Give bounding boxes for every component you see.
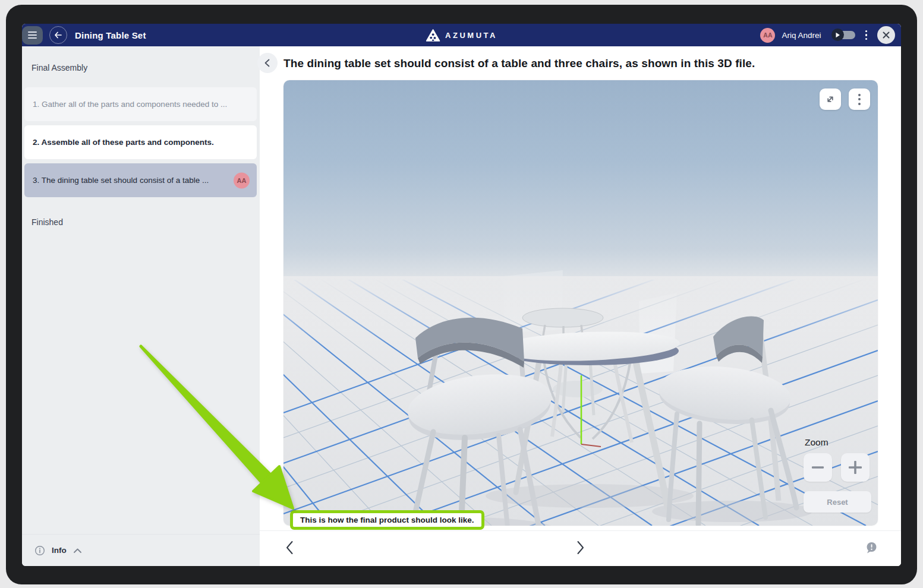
- user-avatar[interactable]: AA: [760, 28, 775, 43]
- step-title: The dining table set should consist of a…: [283, 57, 755, 70]
- info-toggle[interactable]: Info: [22, 534, 260, 566]
- steps-list: 1. Gather all of the parts and component…: [24, 87, 257, 201]
- zoom-label: Zoom: [805, 437, 871, 448]
- 3d-viewer[interactable]: Zoom: [283, 80, 878, 526]
- viewer-actions: [820, 88, 870, 110]
- chevron-up-icon: [73, 548, 82, 554]
- play-icon: [831, 29, 844, 41]
- info-icon: [34, 545, 45, 556]
- close-icon: [882, 31, 890, 39]
- fullscreen-button[interactable]: [820, 88, 841, 110]
- body-row: Final Assembly 1. Gather all of the part…: [22, 46, 901, 566]
- expand-icon: [825, 94, 836, 105]
- hamburger-menu-button[interactable]: [22, 26, 43, 45]
- minus-icon: [811, 460, 825, 475]
- previous-step-button[interactable]: [282, 538, 297, 559]
- zoom-out-button[interactable]: [804, 453, 832, 482]
- step-header: The dining table set should consist of a…: [260, 46, 901, 80]
- brand-logo: AZUMUTA: [426, 24, 497, 46]
- overflow-menu-icon[interactable]: [862, 28, 871, 43]
- feedback-button[interactable]: [865, 541, 878, 556]
- workinstruction-title: Dining Table Set: [75, 30, 146, 40]
- app-window: Dining Table Set AZUMUTA AA Ariq Andrei: [22, 24, 901, 566]
- top-bar-right: AA Ariq Andrei: [760, 26, 901, 44]
- 3d-scene: [283, 80, 878, 526]
- bottom-navigation: [260, 530, 901, 566]
- step-back-button[interactable]: [257, 53, 278, 73]
- sidebar-step-2[interactable]: 2. Assemble all of these parts and compo…: [24, 125, 257, 159]
- hamburger-icon: [28, 31, 37, 33]
- main-panel: The dining table set should consist of a…: [260, 46, 901, 566]
- arrow-left-icon: [53, 30, 63, 40]
- back-button[interactable]: [49, 26, 67, 44]
- play-toggle[interactable]: [831, 30, 855, 40]
- zoom-controls: Zoom: [804, 437, 871, 513]
- chevron-left-icon: [263, 59, 272, 67]
- chevron-left-icon: [285, 540, 294, 555]
- viewer-menu-button[interactable]: [849, 88, 870, 110]
- azumuta-logo-icon: [426, 29, 440, 42]
- reset-button[interactable]: Reset: [804, 491, 871, 513]
- sidebar-step-3-selected[interactable]: 3. The dining table set should consist o…: [24, 163, 257, 197]
- info-label: Info: [52, 546, 67, 555]
- section-title: Final Assembly: [31, 63, 260, 72]
- steps-sidebar: Final Assembly 1. Gather all of the part…: [22, 46, 260, 566]
- sidebar-step-1[interactable]: 1. Gather all of the parts and component…: [24, 87, 257, 121]
- top-bar: Dining Table Set AZUMUTA AA Ariq Andrei: [22, 24, 901, 46]
- finished-label: Finished: [31, 217, 260, 227]
- close-button[interactable]: [877, 26, 895, 44]
- kebab-icon: [858, 94, 861, 105]
- zoom-in-button[interactable]: [841, 453, 870, 482]
- step-label: 1. Gather all of the parts and component…: [33, 100, 247, 109]
- step-label: 2. Assemble all of these parts and compo…: [33, 138, 234, 147]
- chevron-right-icon: [576, 540, 585, 555]
- feedback-bubble-icon: [865, 541, 878, 554]
- step-label: 3. The dining table set should consist o…: [33, 176, 229, 185]
- user-name: Ariq Andrei: [782, 31, 821, 40]
- brand-name: AZUMUTA: [445, 31, 497, 40]
- plus-icon: [848, 460, 863, 475]
- next-step-button[interactable]: [574, 538, 588, 559]
- step-assignee-avatar: AA: [234, 172, 250, 188]
- annotation-callout: This is how the final product should loo…: [290, 510, 484, 530]
